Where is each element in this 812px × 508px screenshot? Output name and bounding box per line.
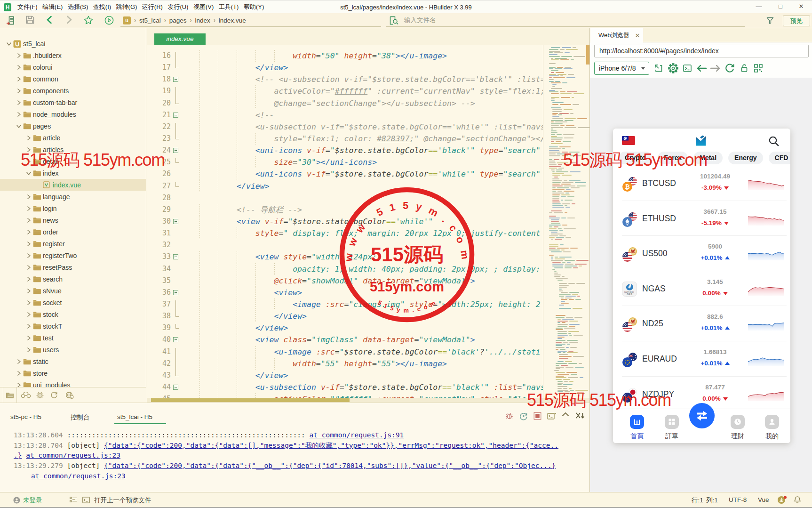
tree-item-node-modules[interactable]: node_modules [0,108,146,120]
fold-marker-icon[interactable] [173,219,178,224]
fold-marker-icon[interactable] [173,290,178,295]
tree-item-static[interactable]: static [0,355,146,367]
tree-item-socket[interactable]: socket [0,297,146,308]
tree-item-test[interactable]: test [0,332,146,344]
update-download-icon[interactable] [777,496,787,504]
menu-item-5[interactable]: 跳转(G) [116,3,137,11]
breadcrumb[interactable]: u ›st5_lcai›pages›index›index.vue [120,14,381,27]
tree-item-order[interactable]: order [0,226,146,238]
breadcrumb-item-4[interactable]: index.vue [219,17,246,24]
terminal-icon[interactable] [681,62,694,75]
tree-item-index-vue[interactable]: index.vue [0,179,146,191]
bell-icon[interactable] [794,496,801,504]
nav-item-1[interactable]: 首頁 [623,415,651,441]
tree-item-register[interactable]: register [0,238,146,250]
editor-hscrollbar-thumb[interactable] [151,398,350,402]
forward-icon[interactable] [66,16,72,24]
breadcrumb-item-1[interactable]: st5_lcai [139,17,161,24]
sync-icon[interactable] [50,391,58,399]
maximize-button[interactable]: □ [773,0,788,13]
login-status[interactable]: 未登录 [23,496,42,505]
user-account-icon[interactable] [13,497,20,504]
fold-marker-icon[interactable] [173,77,178,82]
tree-item-colorui[interactable]: colorui [0,61,146,73]
tree-item-stockt[interactable]: stockT [0,320,146,332]
lock-icon[interactable] [738,62,751,75]
tree-item--hbuilderx[interactable]: .hbuilderx [0,49,146,61]
menu-item-1[interactable]: 文件(F) [17,3,38,11]
web-globe-icon[interactable] [65,391,74,399]
menu-item-10[interactable]: 帮助(Y) [244,3,264,11]
console-tab-2[interactable]: 控制台 [71,413,90,422]
breadcrumb-item-3[interactable]: index [195,17,210,24]
gear-icon[interactable] [667,62,680,75]
tree-item-registertwo[interactable]: registerTwo [0,250,146,261]
url-input[interactable]: http://localhost:8000/#/pages/index/inde… [594,45,809,57]
quote-row-us500[interactable]: US5005900+0.01% [622,236,787,271]
menu-item-6[interactable]: 运行(R) [142,3,163,11]
nav-item-2[interactable]: 訂單 [658,415,686,441]
console-restart-icon[interactable] [519,412,527,420]
nav-forward-icon[interactable] [709,62,722,75]
nav-back-icon[interactable] [695,62,708,75]
tree-item-search[interactable]: search [0,273,146,285]
tree-item-login[interactable]: login [0,202,146,214]
tree-item-language[interactable]: language [0,191,146,202]
open-external-icon[interactable] [652,62,665,75]
log-link[interactable]: {"data":{"code":200,"data":{"data":{"__o… [104,462,556,469]
menu-item-3[interactable]: 选择(S) [68,3,88,11]
breadcrumb-item-2[interactable]: pages [169,17,187,24]
taiwan-flag-icon[interactable] [622,136,635,145]
qrcode-icon[interactable] [752,62,765,75]
fold-marker-icon[interactable] [173,148,178,153]
log-link[interactable]: at common/request.js:91 [310,431,404,439]
device-select[interactable]: iPhone 6/7/8 [594,62,649,75]
console-clear-icon[interactable] [575,412,583,420]
quote-row-euraud[interactable]: EURAUD1.66813+0.01% [622,341,787,377]
tree-item-pages[interactable]: pages [0,120,146,132]
task-list-icon[interactable] [70,497,77,503]
search-icon[interactable] [768,136,780,147]
quote-row-ethusd[interactable]: ETHUSD3667.15-5.19% [622,201,787,236]
minimap[interactable] [543,45,589,398]
menu-item-7[interactable]: 发行(U) [167,3,188,11]
editor-vertical-scrollbar[interactable] [586,45,589,65]
save-icon[interactable] [26,16,34,24]
fold-marker-icon[interactable] [173,385,178,390]
cursor-col[interactable]: 列:1 [706,496,718,505]
tree-item-snvue[interactable]: sNvue [0,285,146,297]
tree-item-news[interactable]: news [0,214,146,226]
console-stop-icon[interactable] [533,412,541,420]
log-link[interactable]: .} [14,452,22,459]
console-tab-3[interactable]: st5_lcai - H5 [117,413,152,420]
cursor-line[interactable]: 行:1 [692,496,703,505]
tree-item-article[interactable]: article [0,132,146,144]
tree-item-users[interactable]: users [0,344,146,355]
filter-funnel-icon[interactable] [766,17,774,24]
fold-marker-icon[interactable] [173,113,178,118]
log-link[interactable]: {"data":{"code":200,"data":{"data":[],"m… [104,442,558,449]
minimize-button[interactable]: — [752,0,766,13]
refresh-icon[interactable] [723,62,736,75]
quote-row-ngas[interactable]: NATURALGASNGAS3.1450.00% [622,271,787,306]
console-collapse-icon[interactable] [562,412,570,420]
editor-tab-index-vue[interactable]: index.vue [154,33,206,45]
search-binoculars-icon[interactable] [21,391,31,398]
language-mode[interactable]: Vue [758,496,769,503]
nav-item-3[interactable]: 理財 [724,415,752,441]
tree-item-stock[interactable]: stock [0,308,146,320]
preview-button[interactable]: 预览 [783,16,810,26]
debug-bug-icon[interactable] [36,391,44,399]
menu-item-9[interactable]: 工具(T) [219,3,239,11]
console-terminal-icon[interactable] [547,412,555,420]
menu-item-4[interactable]: 查找(I) [93,3,111,11]
console-tab-1[interactable]: st5-pc - H5 [10,413,41,420]
tree-item-st5-lcai[interactable]: st5_lcai [0,38,146,49]
tree-item-store[interactable]: store [0,367,146,379]
favorite-star-icon[interactable] [84,16,93,24]
new-file-icon[interactable] [7,16,16,25]
back-icon[interactable] [46,16,52,24]
file-search-input[interactable]: 输入文件名 [386,14,745,27]
editor-horizontal-scrollbar[interactable] [147,398,589,403]
open-previous-preview[interactable]: 打开上一个预览文件 [94,496,151,505]
